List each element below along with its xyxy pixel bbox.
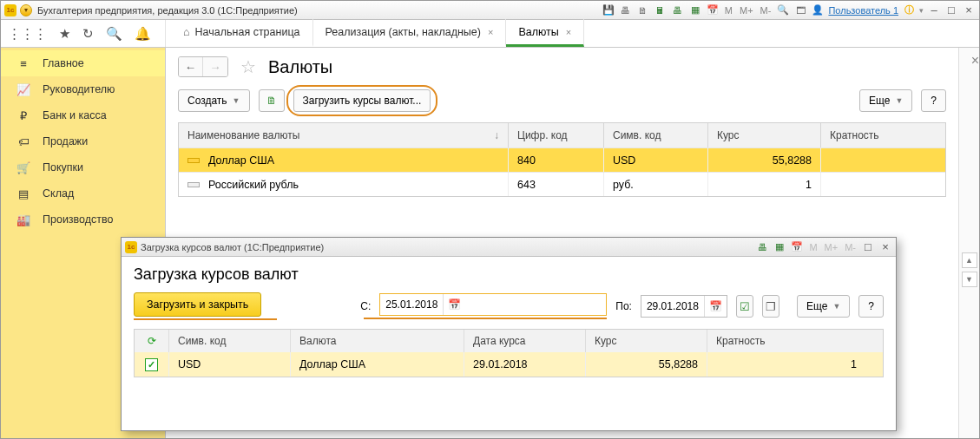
- dcol-date[interactable]: Дата курса: [464, 330, 586, 352]
- cell-name: Доллар США: [208, 154, 274, 167]
- memory-mminus: M-: [843, 242, 858, 252]
- search-icon[interactable]: 🔍: [106, 26, 122, 42]
- user-icon: 👤: [811, 3, 825, 17]
- chevron-down-icon: ▼: [895, 96, 903, 105]
- dialog-close-button[interactable]: ×: [878, 240, 892, 253]
- dcol-mult[interactable]: Кратность: [707, 330, 883, 352]
- memory-mminus[interactable]: M-: [759, 5, 773, 16]
- col-mult[interactable]: Кратность: [821, 123, 945, 147]
- check-all-button[interactable]: ☑: [736, 295, 753, 318]
- tab-realization-label: Реализация (акты, накладные): [326, 26, 481, 38]
- table-icon[interactable]: ▦: [773, 240, 786, 254]
- toolbar: ⋮⋮⋮ ★ ↻ 🔍 🔔 ⌂ Начальная страница Реализа…: [1, 20, 979, 48]
- dcell-mult: 1: [707, 352, 883, 377]
- dcol-sym[interactable]: Симв. код: [169, 330, 291, 352]
- info-icon[interactable]: ⓘ: [902, 3, 916, 17]
- sidebar-item-label: Руководителю: [43, 83, 115, 95]
- sidebar-item-purchases[interactable]: 🛒Покупки: [1, 154, 165, 180]
- col-rate[interactable]: Курс: [708, 123, 821, 147]
- col-symcode[interactable]: Симв. код: [604, 123, 708, 147]
- zoom-icon[interactable]: 🔍: [776, 3, 790, 17]
- favorite-icon[interactable]: ☆: [240, 56, 256, 77]
- sidebar-item-warehouse[interactable]: ▤Склад: [1, 180, 165, 206]
- help-button[interactable]: ?: [921, 89, 946, 112]
- nav-forward-button[interactable]: →: [203, 57, 227, 76]
- menu-dropdown-icon[interactable]: ▾: [20, 4, 32, 16]
- close-button[interactable]: ×: [962, 3, 976, 16]
- tab-currencies[interactable]: Валюты ×: [506, 19, 584, 47]
- sidebar-item-sales[interactable]: 🏷Продажи: [1, 128, 165, 154]
- dcol-rate[interactable]: Курс: [586, 330, 707, 352]
- cell-rate: 1: [708, 173, 821, 196]
- date-to-field[interactable]: 📅: [641, 295, 727, 318]
- date-to-label: По:: [615, 300, 632, 312]
- sidebar-item-main[interactable]: ≡Главное: [1, 50, 165, 76]
- tab-realization-close-icon[interactable]: ×: [488, 27, 493, 37]
- right-panel: × ▲ ▼: [958, 48, 979, 438]
- dcol-cur[interactable]: Валюта: [291, 330, 464, 352]
- scroll-down-icon[interactable]: ▼: [962, 272, 977, 287]
- dcell-sym: USD: [169, 352, 291, 377]
- date-from-field[interactable]: 📅: [379, 293, 607, 316]
- cell-numcode: 643: [509, 173, 604, 196]
- warehouse-icon: ▤: [16, 187, 30, 200]
- tab-home[interactable]: ⌂ Начальная страница: [171, 19, 313, 47]
- col-name[interactable]: Наименование валюты↓: [179, 123, 509, 147]
- window-icon[interactable]: 🗔: [793, 3, 807, 17]
- sidebar-item-label: Главное: [43, 57, 84, 69]
- rates-row[interactable]: ✓ USD Доллар США 29.01.2018 55,8288 1: [135, 352, 883, 377]
- maximize-button[interactable]: □: [944, 3, 958, 16]
- more-button[interactable]: Еще▼: [859, 89, 912, 112]
- memory-mplus[interactable]: M+: [738, 5, 755, 16]
- calendar-icon[interactable]: 📅: [706, 3, 720, 17]
- copy-button[interactable]: ❐: [762, 295, 779, 318]
- sidebar-item-production[interactable]: 🏭Производство: [1, 206, 165, 233]
- cell-symcode: USD: [604, 148, 708, 172]
- load-and-close-button[interactable]: Загрузить и закрыть: [134, 292, 261, 317]
- calendar-icon[interactable]: 📅: [790, 240, 804, 254]
- sidebar-item-manager[interactable]: 📈Руководителю: [1, 76, 165, 102]
- print2-icon[interactable]: 🖶: [671, 3, 685, 17]
- calendar-icon[interactable]: 📅: [443, 294, 465, 315]
- refresh-button[interactable]: 🗎: [259, 89, 285, 112]
- refresh-icon[interactable]: ⟳: [148, 335, 156, 347]
- table-row[interactable]: Доллар США 840 USD 55,8288: [179, 147, 945, 172]
- calendar-icon[interactable]: 📅: [704, 296, 727, 317]
- tab-home-label: Начальная страница: [195, 26, 300, 38]
- dcell-date: 29.01.2018: [464, 352, 586, 377]
- date-to-input[interactable]: [641, 296, 704, 317]
- bell-icon[interactable]: 🔔: [135, 26, 151, 42]
- dialog-more-button[interactable]: Еще▼: [797, 295, 850, 318]
- cell-numcode: 840: [509, 148, 604, 172]
- dialog-maximize-button[interactable]: □: [861, 240, 875, 253]
- chevron-down-icon: ▼: [832, 302, 840, 311]
- print-icon[interactable]: 🖶: [619, 3, 633, 17]
- check-icon[interactable]: ✓: [145, 358, 158, 371]
- date-from-input[interactable]: [380, 294, 443, 315]
- table-icon[interactable]: ▦: [688, 3, 702, 17]
- print-icon[interactable]: 🖶: [755, 240, 769, 254]
- scroll-up-icon[interactable]: ▲: [962, 252, 977, 268]
- create-button[interactable]: Создать▼: [178, 89, 250, 112]
- cell-mult: [821, 148, 945, 172]
- page-close-icon[interactable]: ×: [971, 53, 979, 69]
- col-numcode[interactable]: Цифр. код: [509, 123, 604, 147]
- save-icon[interactable]: 💾: [602, 3, 615, 17]
- chart-icon: 📈: [16, 83, 30, 96]
- memory-m[interactable]: M: [723, 5, 734, 16]
- user-link[interactable]: Пользователь 1: [828, 5, 898, 16]
- nav-back-button[interactable]: ←: [179, 57, 203, 76]
- tab-realization[interactable]: Реализация (акты, накладные) ×: [313, 19, 507, 47]
- sidebar-item-bank[interactable]: ₽Банк и касса: [1, 102, 165, 128]
- table-row[interactable]: Российский рубль 643 руб. 1: [179, 172, 945, 196]
- dialog-help-button[interactable]: ?: [858, 295, 884, 318]
- calc-icon[interactable]: 🖩: [654, 3, 668, 17]
- apps-icon[interactable]: ⋮⋮⋮: [8, 26, 47, 42]
- history-icon[interactable]: ↻: [82, 26, 94, 42]
- minimize-button[interactable]: –: [927, 3, 941, 16]
- star-icon[interactable]: ★: [59, 26, 70, 42]
- sidebar-item-label: Банк и касса: [43, 109, 107, 121]
- tab-currencies-close-icon[interactable]: ×: [566, 27, 571, 37]
- load-rates-button[interactable]: Загрузить курсы валют...: [293, 89, 431, 112]
- doc-icon[interactable]: 🗎: [636, 3, 650, 17]
